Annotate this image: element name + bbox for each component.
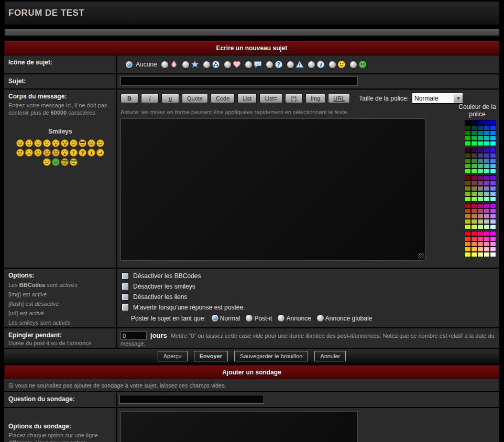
palette-color-BF0000[interactable] [465,203,471,208]
palette-color-40FF80[interactable] [477,169,484,174]
palette-color-FF4000[interactable] [465,236,471,241]
palette-color-BFBF80[interactable] [477,219,484,224]
palette-color-FF80FF[interactable] [490,241,496,247]
palette-color-80FF00[interactable] [465,196,471,202]
option-m-avertir-lorsqu-une-r-ponse-est-post-e[interactable]: M’avertir lorsqu’une réponse est postée. [122,304,499,311]
palette-color-4080FF[interactable] [490,158,496,163]
palette-color-FF8040[interactable] [471,241,477,247]
palette-color-40FF40[interactable] [471,169,477,174]
topic-icon-radio-flame[interactable] [161,61,169,69]
palette-color-BF8040[interactable] [471,214,477,219]
smiley-cool[interactable] [79,139,86,147]
palette-color-BFBFFF[interactable] [490,219,496,224]
palette-color-80FF80[interactable] [477,196,484,202]
palette-color-FF0040[interactable] [471,231,477,236]
post-as-radio-annonce[interactable] [277,314,285,322]
topic-icon-radio-smiley-wink[interactable] [328,61,336,69]
palette-color-0040FF[interactable] [490,125,496,130]
resize-grip[interactable] [419,253,424,259]
smiley-cool-green[interactable] [61,158,69,166]
palette-color-FF00BF[interactable] [484,231,490,236]
smiley-speechless[interactable] [43,158,51,166]
smiley-mad[interactable] [96,139,104,147]
option-d-sactiver-les-liens[interactable]: Désactiver les liens [122,293,499,301]
palette-color-00FFBF[interactable] [484,141,490,146]
smiley-exclamation[interactable]: ! [70,149,78,157]
palette-color-008040[interactable] [471,130,477,136]
palette-color-00FF80[interactable] [477,141,484,146]
palette-color-FF8080[interactable] [477,241,484,247]
topic-icon-option-green-grin[interactable] [349,60,367,69]
topic-icon-option-star[interactable] [182,60,199,69]
palette-color-FF40BF[interactable] [484,236,490,241]
palette-color-BF80BF[interactable] [484,214,490,219]
topic-icon-radio-none[interactable] [125,61,133,69]
smiley-idea[interactable]: i [87,149,95,157]
smiley-eek[interactable] [61,139,69,147]
palette-color-40BFBF[interactable] [484,163,490,169]
smiley-surprised[interactable] [52,139,60,147]
palette-color-FFBF80[interactable] [477,247,484,252]
palette-color-400000[interactable] [465,148,471,153]
bbcode-button-img[interactable]: Img [305,94,325,103]
palette-color-4040FF[interactable] [490,153,496,158]
bbcode-button-i[interactable]: i [141,94,159,103]
message-textarea[interactable] [120,118,425,261]
palette-color-BFFF80[interactable] [477,224,484,229]
bbcode-button-list[interactable]: List [237,94,257,103]
palette-color-80BF40[interactable] [471,191,477,196]
palette-color-4080BF[interactable] [484,158,490,163]
palette-color-BF80FF[interactable] [490,214,496,219]
palette-color-BFBF40[interactable] [471,219,477,224]
smiley-very-happy[interactable] [16,139,24,147]
palette-color-40BF40[interactable] [471,163,477,169]
palette-color-8000BF[interactable] [484,175,490,181]
palette-color-BF40BF[interactable] [484,208,490,214]
poll-question-input[interactable] [119,395,264,404]
smiley-neutral[interactable] [43,139,51,147]
palette-color-80BF00[interactable] [465,191,471,196]
palette-color-FFFFBF[interactable] [484,252,490,257]
palette-color-BF00FF[interactable] [490,203,496,208]
topic-icon-option-warning-triangle[interactable]: ! [287,60,304,69]
palette-color-80BF80[interactable] [477,191,484,196]
topic-icon-option-soccer-ball[interactable] [203,60,220,69]
poll-options-textarea[interactable] [120,411,358,442]
palette-color-FF4040[interactable] [471,236,477,241]
smiley-sad[interactable] [25,149,33,157]
palette-color-000000[interactable] [465,120,471,125]
checkbox-d-sactiver-les-bbcodes[interactable] [122,272,129,280]
envoyer-button[interactable]: Envoyer [194,351,228,361]
topic-icon-option-flame[interactable] [161,60,178,69]
palette-color-0040BF[interactable] [484,125,490,130]
palette-color-404080[interactable] [477,153,484,158]
palette-color-0000BF[interactable] [484,120,490,125]
palette-color-FFBFBF[interactable] [484,247,490,252]
palette-color-40FFFF[interactable] [490,169,496,174]
palette-color-40BF00[interactable] [465,163,471,169]
palette-color-FF4080[interactable] [477,236,484,241]
palette-color-00FF00[interactable] [465,141,471,146]
smiley-wink[interactable] [34,139,42,147]
bbcode-button-b[interactable]: B [120,94,138,103]
smiley-frown[interactable] [34,149,42,157]
palette-color-FF00FF[interactable] [490,231,496,236]
palette-color-00BF80[interactable] [477,136,484,141]
palette-color-FF40FF[interactable] [490,236,496,241]
palette-color-80FF40[interactable] [471,196,477,202]
palette-color-80BFBF[interactable] [484,191,490,196]
sticky-days-input[interactable] [120,332,147,340]
topic-icon-option-speech-bubble[interactable] [245,60,262,69]
palette-color-8000FF[interactable] [490,175,496,181]
palette-color-8080FF[interactable] [490,186,496,191]
palette-color-004040[interactable] [471,125,477,130]
smiley-geek[interactable] [70,158,78,166]
bbcode-button-[interactable]: [*] [285,94,303,103]
palette-color-400080[interactable] [477,148,484,153]
palette-color-808080[interactable] [477,186,484,191]
aper-u-button[interactable]: Aperçu [158,351,188,361]
palette-color-000040[interactable] [471,120,477,125]
palette-color-0080FF[interactable] [490,130,496,136]
topic-icon-radio-soccer-ball[interactable] [203,61,211,69]
sauvegarder-le-brouillon-button[interactable]: Sauvegarder le brouillon [234,351,308,361]
